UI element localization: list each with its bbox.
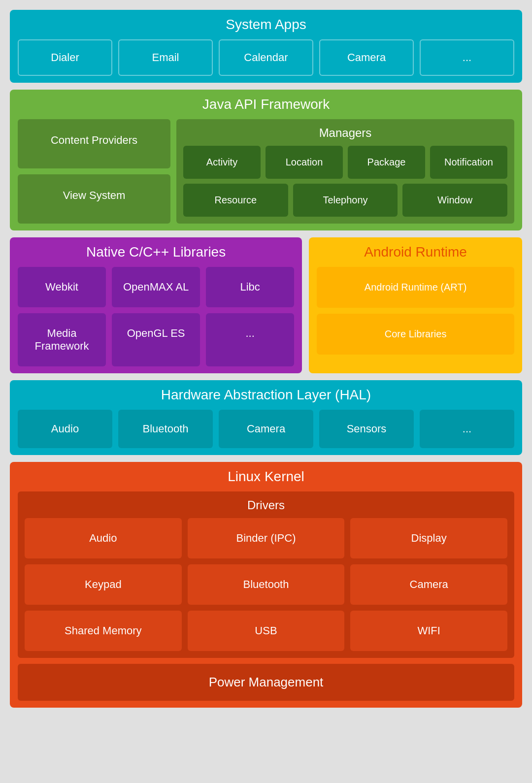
android-runtime-layer: Android Runtime Android Runtime (ART) Co… [309,237,522,373]
hal-bluetooth: Bluetooth [118,410,213,448]
drivers-title: Drivers [25,498,507,512]
content-providers-box: Content Providers [18,119,170,168]
native-more: ... [206,313,294,366]
manager-resource: Resource [183,184,288,217]
java-api-title: Java API Framework [18,97,514,112]
native-cpp-title: Native C/C++ Libraries [18,244,294,260]
native-media: Media Framework [18,313,106,366]
power-management: Power Management [18,664,514,701]
managers-row-2: Resource Telephony Window [183,184,507,217]
hal-camera: Camera [219,410,313,448]
native-webkit: Webkit [18,267,106,307]
linux-kernel-title: Linux Kernel [18,469,514,485]
middle-row: Native C/C++ Libraries Webkit OpenMAX AL… [10,237,522,373]
hal-items: Audio Bluetooth Camera Sensors ... [18,410,514,448]
hal-sensors: Sensors [319,410,414,448]
system-apps-items: Dialer Email Calendar Camera ... [18,39,514,76]
native-libc: Libc [206,267,294,307]
manager-notification: Notification [430,146,507,179]
hal-audio: Audio [18,410,112,448]
manager-location: Location [266,146,343,179]
runtime-core-libs: Core Libraries [317,314,514,355]
manager-telephony: Telephony [293,184,398,217]
driver-bluetooth: Bluetooth [188,564,345,605]
managers-title: Managers [183,126,507,140]
system-app-camera: Camera [319,39,414,76]
drivers-box: Drivers Audio Binder (IPC) Display Keypa… [18,491,514,658]
hal-layer: Hardware Abstraction Layer (HAL) Audio B… [10,380,522,455]
system-apps-layer: System Apps Dialer Email Calendar Camera… [10,10,522,83]
runtime-items: Android Runtime (ART) Core Libraries [317,267,514,355]
driver-keypad: Keypad [25,564,182,605]
driver-binder: Binder (IPC) [188,518,345,558]
manager-package: Package [348,146,425,179]
system-app-dialer: Dialer [18,39,112,76]
driver-audio: Audio [25,518,182,558]
managers-grid: Activity Location Package Notification R… [183,146,507,217]
system-app-more: ... [420,39,514,76]
driver-display: Display [350,518,507,558]
system-apps-title: System Apps [18,17,514,33]
driver-camera: Camera [350,564,507,605]
driver-wifi: WIFI [350,611,507,651]
java-api-layer: Java API Framework Content Providers Vie… [10,90,522,230]
hal-title: Hardware Abstraction Layer (HAL) [18,387,514,403]
driver-shared-memory: Shared Memory [25,611,182,651]
runtime-art: Android Runtime (ART) [317,267,514,308]
managers-box: Managers Activity Location Package Notif… [176,119,514,224]
view-system-box: View System [18,174,170,224]
java-api-left: Content Providers View System [18,119,170,224]
native-grid: Webkit OpenMAX AL Libc Media Framework O… [18,267,294,366]
manager-activity: Activity [183,146,261,179]
native-cpp-layer: Native C/C++ Libraries Webkit OpenMAX AL… [10,237,302,373]
hal-more: ... [420,410,514,448]
manager-window: Window [402,184,507,217]
linux-kernel-layer: Linux Kernel Drivers Audio Binder (IPC) … [10,462,522,708]
driver-usb: USB [188,611,345,651]
system-app-calendar: Calendar [219,39,313,76]
drivers-grid: Audio Binder (IPC) Display Keypad Blueto… [25,518,507,651]
android-runtime-title: Android Runtime [317,244,514,260]
managers-row-1: Activity Location Package Notification [183,146,507,179]
native-openmax: OpenMAX AL [112,267,200,307]
system-app-email: Email [118,39,213,76]
java-api-content: Content Providers View System Managers A… [18,119,514,224]
native-opengl: OpenGL ES [112,313,200,366]
